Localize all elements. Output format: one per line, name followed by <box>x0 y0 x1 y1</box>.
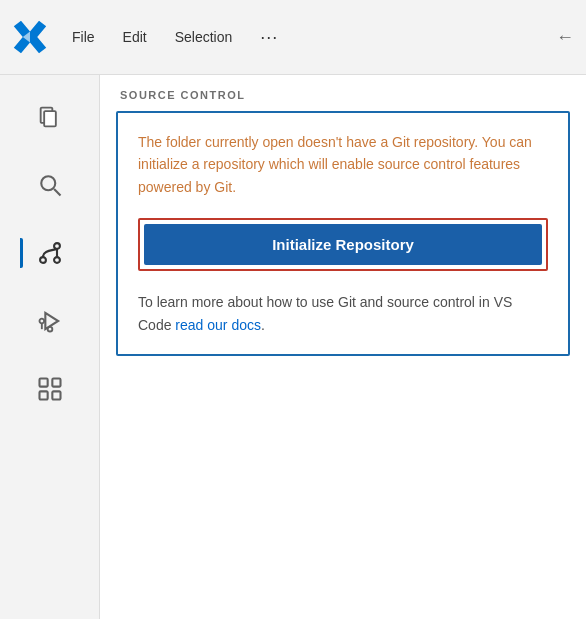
svg-point-6 <box>40 257 46 263</box>
main-layout: SOURCE CONTROL The folder currently open… <box>0 75 586 619</box>
svg-rect-16 <box>39 391 47 399</box>
svg-rect-15 <box>52 379 60 387</box>
sidebar-item-explorer[interactable] <box>20 87 80 147</box>
titlebar-menu: File Edit Selection ··· <box>66 23 538 52</box>
content-area: The folder currently open doesn't have a… <box>100 111 586 619</box>
init-repo-button-wrapper: Initialize Repository <box>138 218 548 271</box>
titlebar: File Edit Selection ··· ← <box>0 0 586 75</box>
svg-point-11 <box>39 319 44 324</box>
svg-point-8 <box>54 257 60 263</box>
svg-line-5 <box>54 189 60 195</box>
source-control-panel: SOURCE CONTROL The folder currently open… <box>100 75 586 619</box>
svg-rect-17 <box>52 391 60 399</box>
vscode-logo <box>12 19 48 55</box>
svg-rect-3 <box>44 111 56 126</box>
menu-file[interactable]: File <box>66 25 101 49</box>
svg-point-7 <box>54 243 60 249</box>
svg-rect-14 <box>39 379 47 387</box>
info-text: The folder currently open doesn't have a… <box>138 131 548 198</box>
svg-point-12 <box>47 327 52 332</box>
learn-more-suffix: . <box>261 317 265 333</box>
sidebar-item-source-control[interactable] <box>20 223 80 283</box>
activity-bar <box>0 75 100 619</box>
back-button[interactable]: ← <box>556 27 574 48</box>
info-box: The folder currently open doesn't have a… <box>116 111 570 356</box>
menu-selection[interactable]: Selection <box>169 25 239 49</box>
learn-more-text: To learn more about how to use Git and s… <box>138 291 548 336</box>
read-docs-link[interactable]: read our docs <box>175 317 261 333</box>
menu-edit[interactable]: Edit <box>117 25 153 49</box>
sidebar-item-run-debug[interactable] <box>20 291 80 351</box>
more-menu-button[interactable]: ··· <box>254 23 284 52</box>
panel-header: SOURCE CONTROL <box>100 75 586 111</box>
sidebar-item-extensions[interactable] <box>20 359 80 419</box>
svg-point-4 <box>41 176 55 190</box>
initialize-repository-button[interactable]: Initialize Repository <box>144 224 542 265</box>
sidebar-item-search[interactable] <box>20 155 80 215</box>
